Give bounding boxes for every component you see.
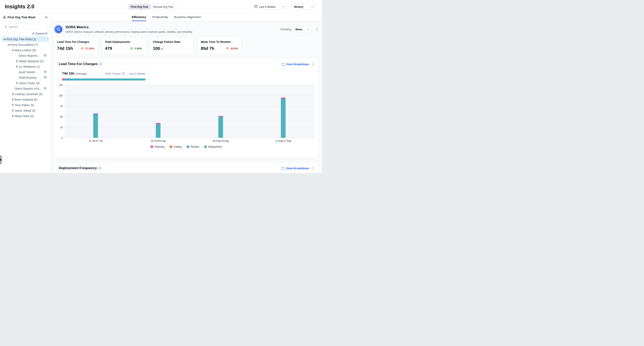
- chevron-right-icon[interactable]: [11, 98, 14, 101]
- y-axis-label: 50: [54, 115, 63, 118]
- tree-item-label: Teddy Wylupski (2): [19, 60, 44, 63]
- granularity-value: Weekly: [294, 5, 310, 8]
- tree-item[interactable]: Anna Scozzafava (7): [2, 42, 49, 47]
- tree-item[interactable]: Scott Tarkett: [2, 69, 49, 75]
- stacked-bar[interactable]: [94, 113, 98, 138]
- x-axis-label: 28 Jul-03 Aug: [151, 139, 166, 142]
- bar-segment-deployment: [94, 116, 98, 138]
- period-label: Last 4 Weeks: [129, 72, 145, 75]
- delta-value: 27.56%: [85, 47, 94, 50]
- org-tree-toggle[interactable]: First Org TreeSecond Org Tree: [128, 3, 176, 10]
- tree-item-label: First Org Tree Root (1): [6, 38, 36, 41]
- y-axis-label: 75: [54, 105, 63, 108]
- org-toggle-option[interactable]: Second Org Tree: [151, 4, 176, 9]
- tree-item-label: Todd Bromley: [19, 76, 37, 79]
- view-breakdown-button[interactable]: View Breakdown: [282, 63, 309, 66]
- sidebar-collapse-handle[interactable]: [0, 155, 2, 164]
- tree-item[interactable]: Teddy Wylupski (2): [2, 58, 49, 64]
- tree-item[interactable]: Maya Yette (3): [2, 113, 49, 119]
- legend-item-planning: Planning: [151, 145, 164, 148]
- tree-item[interactable]: Jason Stead (4): [2, 108, 49, 113]
- average-label: (Average): [75, 72, 87, 75]
- stat-card-value: 74d 15h: [57, 46, 73, 51]
- tree-item-label: Mary Lowery (6): [14, 49, 36, 52]
- chart-column: 28 Jul-03 Aug: [127, 85, 190, 138]
- granularity-select[interactable]: Weekly: [292, 4, 316, 10]
- tree-item[interactable]: Direct Reports ...: [2, 53, 49, 58]
- dora-title: DORA Metrics: [66, 25, 193, 29]
- tree-item[interactable]: Todd Bromley: [2, 75, 49, 80]
- chevron-right-icon[interactable]: [15, 82, 19, 84]
- legend-swatch: [204, 145, 207, 148]
- view-breakdown-button[interactable]: View Breakdown: [282, 167, 309, 170]
- chevron-right-icon[interactable]: [11, 93, 14, 95]
- search-icon: [5, 25, 7, 28]
- info-icon[interactable]: [99, 63, 102, 66]
- chevron-down-icon: [306, 29, 309, 30]
- tree-item[interactable]: Brian Kirkland (6): [2, 97, 49, 102]
- sidebar-search[interactable]: [3, 24, 48, 30]
- y-axis-label: 25: [54, 126, 63, 129]
- lead-time-title: Lead Time For Changes: [59, 62, 98, 66]
- stacked-bar[interactable]: [281, 98, 286, 138]
- tree-item[interactable]: Direct Reports of A...: [2, 86, 49, 91]
- sidebar-root-label: First Org Tree Root: [8, 16, 44, 19]
- expand-all-button[interactable]: Expand All: [3, 32, 47, 35]
- stat-card-title: Total Deployments: [105, 40, 142, 44]
- tree-item[interactable]: Tony Pallas (5): [2, 102, 49, 108]
- top-bar: Insights 2.0 First Org TreeSecond Org Tr…: [0, 0, 322, 14]
- trend-arrow-icon: ↗: [130, 47, 134, 50]
- search-input[interactable]: [9, 25, 46, 29]
- filter-icon[interactable]: [44, 54, 47, 57]
- stacked-bar[interactable]: [156, 123, 160, 138]
- lead-time-menu-button[interactable]: [312, 62, 315, 67]
- dora-subtitle: DORA metrics measure software delivery p…: [66, 30, 193, 33]
- legend-label: Review: [191, 145, 199, 148]
- tree-item[interactable]: Lindsay Liszewski (8): [2, 91, 49, 97]
- chevron-right-icon[interactable]: [11, 104, 14, 106]
- x-axis-label: 21 Jul-27 Jul: [89, 139, 102, 142]
- info-icon[interactable]: [122, 72, 125, 75]
- tree-item[interactable]: Liz Whittome (1): [2, 64, 49, 69]
- chevron-up-icon[interactable]: [45, 17, 48, 18]
- lead-time-chart: 025507510012521 Jul-27 Jul28 Jul-03 Aug0…: [64, 85, 314, 138]
- tab-business-alignment[interactable]: Business Alignment: [174, 14, 200, 21]
- calendar-icon: [254, 5, 258, 9]
- tree-item-label: Tony Pallas (5): [14, 103, 34, 107]
- info-icon[interactable]: [98, 167, 101, 170]
- expand-icon: [282, 167, 284, 170]
- filter-icon[interactable]: [44, 76, 47, 79]
- phase-segment-review: [64, 78, 70, 81]
- chevron-right-icon[interactable]: [11, 115, 14, 117]
- dora-menu-button[interactable]: [316, 27, 319, 32]
- stat-card: Lead Time For Changes74d 15h↗27.56%: [54, 37, 98, 54]
- phase-segment-planning: [62, 78, 64, 81]
- filter-icon[interactable]: [44, 70, 47, 74]
- sidebar-header[interactable]: First Org Tree Root: [0, 14, 50, 21]
- chevron-down-icon[interactable]: [3, 38, 6, 40]
- stat-card-unit: %: [161, 47, 163, 50]
- deployment-frequency-title: Deployment Frequency: [59, 166, 97, 170]
- aggregation-select[interactable]: Mean: [293, 26, 311, 33]
- chevron-down-icon[interactable]: [7, 44, 10, 46]
- chevron-down-icon[interactable]: [11, 49, 14, 51]
- stat-card-title: Mean Time To Restore: [201, 40, 238, 44]
- tab-productivity[interactable]: Productivity: [152, 14, 168, 21]
- tree-item[interactable]: First Org Tree Root (1): [2, 36, 49, 42]
- bar-segment-deployment: [156, 124, 160, 138]
- legend-swatch: [151, 145, 153, 148]
- date-range-select[interactable]: Last 4 Weeks: [252, 4, 287, 10]
- stat-card-value: 85d 7h: [201, 46, 214, 51]
- tree-item-label: Scott Tarkett: [19, 71, 35, 74]
- filter-icon[interactable]: [44, 87, 47, 90]
- chevron-right-icon[interactable]: [11, 109, 14, 112]
- org-toggle-option[interactable]: First Org Tree: [128, 4, 150, 9]
- deployment-frequency-menu-button[interactable]: [312, 166, 315, 170]
- tree-item[interactable]: Mary Lowery (6): [2, 47, 49, 53]
- tab-efficiency[interactable]: Efficiency: [132, 14, 146, 21]
- stacked-bar[interactable]: [218, 116, 223, 138]
- chevron-right-icon[interactable]: [15, 60, 19, 62]
- tree-item-label: Lindsay Liszewski (8): [14, 92, 43, 96]
- chevron-right-icon[interactable]: [15, 65, 19, 68]
- tree-item[interactable]: Jason Coats (3): [2, 80, 49, 86]
